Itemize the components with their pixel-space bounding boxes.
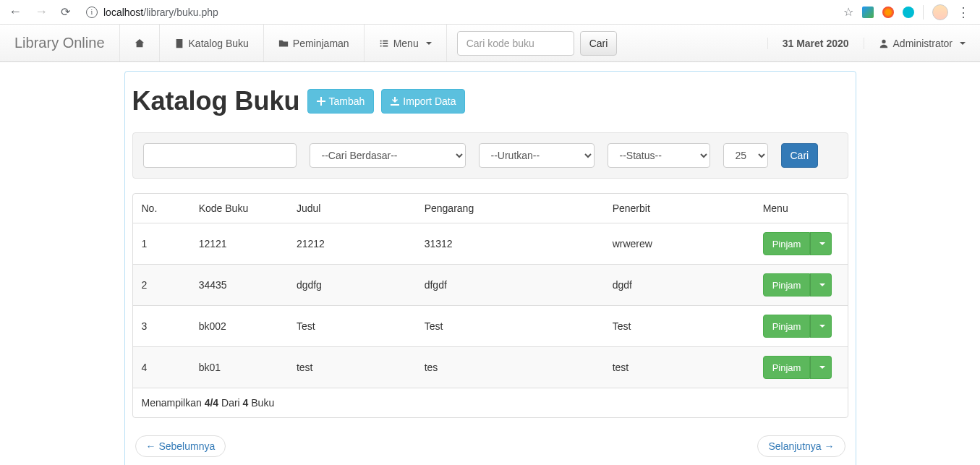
forward-button[interactable]: → bbox=[32, 3, 51, 21]
profile-avatar[interactable] bbox=[932, 4, 948, 20]
table-row: 4bk01testtestestPinjam bbox=[133, 347, 848, 388]
cell-pengarang: tes bbox=[419, 347, 607, 388]
cell-menu: Pinjam bbox=[757, 306, 848, 347]
table-row: 234435dgdfgdfgdfdgdfPinjam bbox=[133, 265, 848, 306]
nav-search-form: Cari bbox=[446, 25, 628, 61]
pinjam-button[interactable]: Pinjam bbox=[763, 232, 811, 255]
extension-icon-1[interactable] bbox=[862, 7, 874, 18]
cell-kode: 34435 bbox=[193, 265, 291, 306]
plus-icon bbox=[317, 97, 325, 106]
pinjam-dropdown[interactable] bbox=[810, 232, 832, 255]
cell-no: 1 bbox=[133, 223, 193, 265]
list-icon bbox=[379, 38, 389, 48]
tambah-button[interactable]: Tambah bbox=[307, 89, 375, 114]
nav-user-label: Administrator bbox=[893, 38, 953, 49]
chrome-menu-icon[interactable]: ⋮ bbox=[957, 4, 970, 20]
cell-pengarang: dfgdf bbox=[419, 265, 607, 306]
cell-pengarang: Test bbox=[419, 306, 607, 347]
cell-penerbit: test bbox=[607, 347, 757, 388]
nav-home[interactable] bbox=[119, 25, 159, 61]
nav-date: 31 Maret 2020 bbox=[767, 38, 864, 49]
pinjam-button[interactable]: Pinjam bbox=[763, 273, 811, 297]
cell-penerbit: Test bbox=[607, 306, 757, 347]
caret-down-icon bbox=[819, 283, 825, 286]
col-menu: Menu bbox=[757, 194, 848, 223]
page-title: Katalog Buku bbox=[132, 86, 300, 116]
col-pengarang: Pengarang bbox=[419, 194, 607, 223]
nav-search-input[interactable] bbox=[457, 31, 574, 56]
filter-limit[interactable]: 25 bbox=[723, 143, 768, 168]
pinjam-button[interactable]: Pinjam bbox=[763, 315, 811, 338]
filter-cari-button[interactable]: Cari bbox=[781, 143, 819, 168]
cell-menu: Pinjam bbox=[757, 265, 848, 306]
download-icon bbox=[391, 97, 399, 106]
filter-status[interactable]: --Status-- bbox=[608, 143, 710, 168]
col-judul: Judul bbox=[291, 194, 419, 223]
import-button[interactable]: Import Data bbox=[381, 89, 465, 114]
tambah-label: Tambah bbox=[329, 95, 365, 107]
cell-penerbit: wrwerew bbox=[607, 223, 757, 265]
caret-down-icon bbox=[819, 366, 825, 369]
col-penerbit: Penerbit bbox=[607, 194, 757, 223]
pager-prev[interactable]: ← Sebelumnya bbox=[135, 435, 226, 457]
back-button[interactable]: ← bbox=[6, 3, 25, 21]
folder-icon bbox=[278, 38, 289, 48]
filter-cari-berdasar[interactable]: --Cari Berdasar-- bbox=[310, 143, 466, 168]
url-text: localhost/library/buku.php bbox=[103, 7, 218, 18]
col-kode: Kode Buku bbox=[193, 194, 291, 223]
cell-judul: dgdfg bbox=[291, 265, 419, 306]
site-info-icon[interactable]: i bbox=[86, 7, 98, 18]
cell-kode: 12121 bbox=[193, 223, 291, 265]
nav-peminjaman[interactable]: Peminjaman bbox=[263, 25, 364, 61]
buku-table: No. Kode Buku Judul Pengarang Penerbit M… bbox=[133, 194, 848, 417]
app-navbar: Library Online Katalog Buku Peminjaman M… bbox=[0, 25, 980, 62]
caret-down-icon bbox=[819, 242, 825, 245]
cell-kode: bk002 bbox=[193, 306, 291, 347]
pinjam-dropdown[interactable] bbox=[810, 356, 832, 379]
cell-kode: bk01 bbox=[193, 347, 291, 388]
cell-no: 3 bbox=[133, 306, 193, 347]
filter-urutkan[interactable]: --Urutkan-- bbox=[479, 143, 595, 168]
filter-search-input[interactable] bbox=[143, 143, 297, 168]
divider bbox=[923, 5, 924, 20]
nav-menu-label: Menu bbox=[393, 38, 419, 49]
col-no: No. bbox=[133, 194, 193, 223]
main-panel: Katalog Buku Tambah Import Data --Cari B… bbox=[124, 71, 856, 465]
cell-menu: Pinjam bbox=[757, 223, 848, 265]
cell-judul: Test bbox=[291, 306, 419, 347]
cell-menu: Pinjam bbox=[757, 347, 848, 388]
nav-user-menu[interactable]: Administrator bbox=[864, 38, 980, 49]
table-row: 1121212121231312wrwerewPinjam bbox=[133, 223, 848, 265]
import-label: Import Data bbox=[403, 95, 456, 107]
caret-down-icon bbox=[426, 42, 432, 45]
nav-katalog[interactable]: Katalog Buku bbox=[159, 25, 263, 61]
filter-bar: --Cari Berdasar-- --Urutkan-- --Status--… bbox=[132, 132, 848, 179]
caret-down-icon bbox=[960, 42, 966, 45]
nav-katalog-label: Katalog Buku bbox=[189, 38, 249, 49]
nav-menu[interactable]: Menu bbox=[364, 25, 446, 61]
table-footer: Menampilkan 4/4 Dari 4 Buku bbox=[133, 388, 848, 418]
home-icon bbox=[135, 38, 145, 48]
table-row: 3bk002TestTestTestPinjam bbox=[133, 306, 848, 347]
reload-button[interactable]: ⟳ bbox=[58, 4, 73, 20]
cell-judul: test bbox=[291, 347, 419, 388]
bookmark-star-icon[interactable]: ☆ bbox=[843, 5, 853, 19]
extension-icon-2[interactable] bbox=[882, 7, 894, 18]
pinjam-dropdown[interactable] bbox=[810, 273, 832, 297]
cell-judul: 21212 bbox=[291, 223, 419, 265]
pager-next[interactable]: Selanjutnya → bbox=[757, 435, 845, 457]
cell-penerbit: dgdf bbox=[607, 265, 757, 306]
cell-pengarang: 31312 bbox=[419, 223, 607, 265]
nav-search-button[interactable]: Cari bbox=[580, 31, 618, 56]
brand[interactable]: Library Online bbox=[0, 25, 119, 61]
user-icon bbox=[879, 38, 889, 48]
pager: ← Sebelumnya Selanjutnya → bbox=[132, 435, 848, 457]
cell-no: 4 bbox=[133, 347, 193, 388]
cell-no: 2 bbox=[133, 265, 193, 306]
pinjam-dropdown[interactable] bbox=[810, 315, 832, 338]
address-bar[interactable]: i localhost/library/buku.php bbox=[80, 7, 836, 18]
pinjam-button[interactable]: Pinjam bbox=[763, 356, 811, 379]
caret-down-icon bbox=[819, 325, 825, 328]
extension-icon-3[interactable] bbox=[903, 7, 914, 18]
book-icon bbox=[174, 38, 184, 48]
